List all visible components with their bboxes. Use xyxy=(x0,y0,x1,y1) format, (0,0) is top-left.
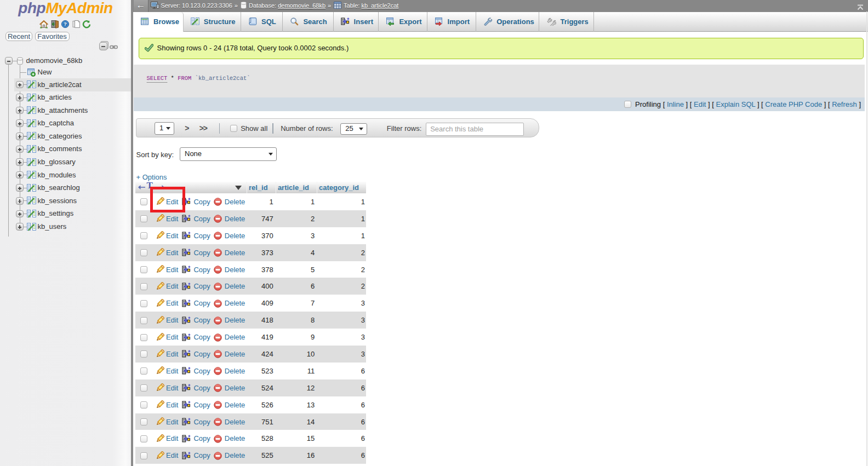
svg-text:?: ? xyxy=(64,21,67,27)
